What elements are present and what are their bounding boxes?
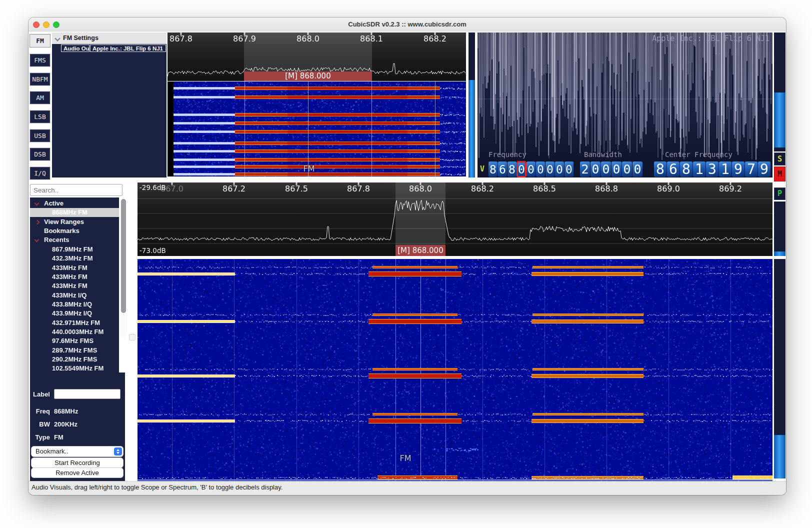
titlebar[interactable]: CubicSDR v0.2.3 :: www.cubicsdr.com bbox=[28, 18, 786, 32]
tree-item-label: 289.7MHz FMS bbox=[52, 346, 97, 355]
digit-cell[interactable]: 0 bbox=[590, 162, 600, 177]
tree-item-recent[interactable]: 433.8MHz I/Q bbox=[30, 300, 119, 309]
digit-cell[interactable]: 0 bbox=[546, 162, 554, 177]
tuner-waterfall-panel[interactable]: FM bbox=[168, 82, 466, 176]
screen: CubicSDR v0.2.3 :: www.cubicsdr.com FM F… bbox=[0, 0, 812, 528]
digit-cell[interactable]: 0 bbox=[612, 162, 622, 177]
digit-cell[interactable]: 0 bbox=[632, 162, 642, 177]
mode-button-fms[interactable]: FMS bbox=[30, 54, 50, 67]
volume-indicator[interactable]: V bbox=[480, 164, 484, 174]
spectrum-level-meter[interactable] bbox=[774, 202, 786, 256]
digit-cell[interactable]: 1 bbox=[719, 162, 732, 177]
digit-cell[interactable]: 0 bbox=[536, 162, 545, 177]
bookmark-dropdown-value: Bookmark.. bbox=[36, 448, 68, 455]
digit-cell[interactable]: 8 bbox=[488, 162, 498, 177]
setting-key-audio-out[interactable]: Audio Out bbox=[61, 44, 90, 52]
audio-scope-canvas[interactable] bbox=[478, 32, 772, 162]
main-waterfall-panel[interactable]: FM bbox=[138, 259, 772, 481]
setting-value-audio-device[interactable]: Apple Inc.: JBL Flip 6 NJ1 bbox=[90, 44, 166, 52]
spectrum-tick-label: 869.0 bbox=[657, 184, 680, 194]
digit-cell[interactable]: 1 bbox=[693, 162, 706, 177]
tree-item-recent[interactable]: 433MHz FM bbox=[30, 264, 119, 272]
tuner-spectrum-panel[interactable]: 867.8 867.9 868.0 868.1 868.2 [M] 868.00… bbox=[168, 32, 466, 81]
tree-item-recent[interactable]: 289.7MHz FMS bbox=[30, 346, 119, 355]
tuner-mode-label: FM bbox=[303, 164, 314, 174]
tree-group-view-ranges[interactable]: View Ranges bbox=[30, 218, 119, 226]
digit-cell[interactable]: 0 bbox=[564, 162, 574, 177]
mode-button-dsb[interactable]: DSB bbox=[30, 148, 50, 161]
solo-toggle[interactable]: S bbox=[774, 152, 786, 166]
tuner-waterfall-canvas[interactable] bbox=[168, 82, 466, 176]
audio-scope-panel[interactable]: Apple Inc.: JBL Flip 6 NJ1 Frequency Ban… bbox=[478, 32, 772, 178]
digit-cell[interactable]: 2 bbox=[580, 162, 590, 177]
digit-cell[interactable]: 0 bbox=[526, 162, 536, 177]
scope-level-meter[interactable] bbox=[774, 32, 786, 152]
digit-cell[interactable]: 0 bbox=[622, 162, 632, 177]
remove-active-button[interactable]: Remove Active bbox=[32, 468, 123, 478]
fm-settings-header[interactable]: FM Settings bbox=[52, 32, 166, 44]
mode-button-lsb[interactable]: LSB bbox=[30, 110, 50, 124]
tree-item-recent[interactable]: 97.6MHz FMS bbox=[30, 336, 119, 346]
peak-hold-toggle[interactable]: P bbox=[774, 188, 786, 200]
mode-button-nbfm[interactable]: NBFM bbox=[30, 72, 50, 86]
chevron-down-icon[interactable] bbox=[35, 202, 39, 206]
tree-scrollbar-thumb[interactable] bbox=[121, 199, 126, 313]
label-input[interactable] bbox=[54, 389, 120, 399]
digit-cell[interactable]: 8 bbox=[680, 162, 692, 177]
bookmark-tree: Active 868MHz FM View Ranges Bookmarks R… bbox=[30, 198, 119, 372]
tree-item-recent[interactable]: 432.3MHz FM bbox=[30, 254, 119, 263]
tree-group-label: Active bbox=[44, 199, 64, 208]
tree-group-active[interactable]: Active bbox=[30, 199, 119, 208]
mode-button-usb[interactable]: USB bbox=[30, 129, 50, 142]
digit-cell[interactable]: 0 bbox=[517, 162, 526, 177]
bw-label: BW bbox=[31, 420, 50, 428]
tree-item-recent[interactable]: 867.9MHz FM bbox=[30, 245, 119, 254]
main-waterfall-canvas[interactable] bbox=[138, 259, 772, 481]
start-recording-button[interactable]: Start Recording bbox=[32, 458, 123, 468]
digit-cell[interactable]: 3 bbox=[706, 162, 718, 177]
digit-cell[interactable]: 9 bbox=[758, 162, 770, 177]
frequency-digits[interactable]: 868000000 bbox=[488, 162, 574, 177]
tree-item-label: 867.9MHz FM bbox=[52, 245, 93, 254]
digit-cell[interactable]: 0 bbox=[555, 162, 564, 177]
bandwidth-digits[interactable]: 200000 bbox=[580, 162, 643, 177]
waterfall-level-meter[interactable] bbox=[774, 259, 786, 478]
digit-cell[interactable]: 6 bbox=[667, 162, 680, 177]
tuner-gain-meter[interactable] bbox=[468, 32, 475, 178]
mode-button-fm[interactable]: FM bbox=[30, 34, 50, 48]
main-spectrum-panel[interactable]: 867.0 867.2 867.5 867.8 868.0 868.2 868.… bbox=[138, 182, 772, 256]
mute-toggle[interactable]: M bbox=[774, 166, 786, 182]
main-spectrum-canvas[interactable] bbox=[138, 182, 772, 256]
tree-item-recent[interactable]: 433MHz FM bbox=[30, 272, 119, 282]
digit-cell[interactable]: 8 bbox=[654, 162, 666, 177]
tree-group-bookmarks[interactable]: Bookmarks bbox=[30, 226, 119, 236]
digit-cell[interactable]: 7 bbox=[745, 162, 758, 177]
stepper-icon bbox=[114, 448, 122, 456]
digit-cell[interactable]: 8 bbox=[508, 162, 516, 177]
spectrum-tick-label: 868.2 bbox=[471, 184, 494, 194]
tree-item-active-868mhz[interactable]: 868MHz FM bbox=[30, 208, 119, 217]
tree-item-recent[interactable]: 290.2MHz FMS bbox=[30, 355, 119, 364]
digit-cell[interactable]: 0 bbox=[601, 162, 611, 177]
splitter-grip[interactable] bbox=[129, 334, 136, 340]
tree-item-recent[interactable]: 433MHz I/Q bbox=[30, 291, 119, 300]
mode-button-am[interactable]: AM bbox=[30, 91, 50, 104]
chevron-right-icon[interactable] bbox=[35, 220, 39, 224]
tree-item-recent[interactable]: 440.0003MHz FM bbox=[30, 328, 119, 336]
chevron-down-icon[interactable] bbox=[35, 238, 39, 242]
center-frequency-digits[interactable]: 868131979 bbox=[654, 162, 771, 177]
tuner-demod-marker[interactable]: [M] 868.000 bbox=[244, 72, 372, 81]
search-input[interactable] bbox=[30, 184, 122, 196]
digit-cell[interactable]: 6 bbox=[498, 162, 507, 177]
tree-item-recent[interactable]: 432.971MHz FM bbox=[30, 318, 119, 328]
tree-group-recents[interactable]: Recents bbox=[30, 236, 119, 244]
digit-cell[interactable]: 9 bbox=[732, 162, 744, 177]
mode-button-iq[interactable]: I/Q bbox=[30, 166, 50, 180]
tree-item-recent[interactable]: 433.9MHz I/Q bbox=[30, 309, 119, 318]
tree-item-recent[interactable]: 433MHz FM bbox=[30, 282, 119, 290]
tree-item-label: 433MHz FM bbox=[52, 282, 88, 290]
tree-item-recent[interactable]: 102.5549MHz FM bbox=[30, 364, 119, 372]
spectrum-demod-marker[interactable]: [M] 868.000 bbox=[396, 245, 446, 256]
center-frequency-label: Center Frequency bbox=[665, 150, 732, 158]
bookmark-dropdown[interactable]: Bookmark.. bbox=[32, 446, 123, 456]
